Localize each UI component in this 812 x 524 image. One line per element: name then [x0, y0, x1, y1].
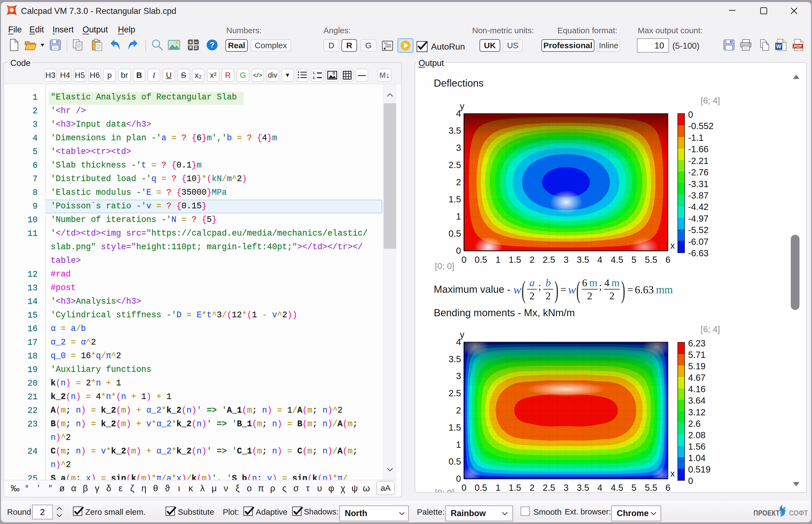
- svg-text:PDF: PDF: [794, 44, 802, 48]
- svg-text:0.5: 0.5: [475, 482, 487, 493]
- svg-text:2.5: 2.5: [543, 482, 555, 493]
- svg-text:0: 0: [456, 246, 461, 256]
- svg-text:1.5: 1.5: [509, 255, 521, 265]
- svg-text:0: 0: [462, 255, 466, 265]
- svg-text:W: W: [776, 43, 781, 49]
- svg-text:4: 4: [597, 255, 602, 265]
- svg-text:3.5: 3.5: [577, 255, 589, 265]
- svg-text:2.5: 2.5: [448, 388, 461, 398]
- svg-text:0.5: 0.5: [448, 456, 461, 466]
- svg-text:3: 3: [564, 482, 568, 493]
- svg-text:1: 1: [456, 211, 461, 222]
- svg-text:3.5: 3.5: [448, 126, 461, 136]
- svg-text:1.: 1.: [313, 71, 316, 75]
- svg-text:0.5: 0.5: [448, 229, 461, 239]
- svg-text:y: y: [460, 330, 465, 340]
- svg-text:4: 4: [597, 482, 602, 493]
- svg-text:6: 6: [665, 482, 670, 493]
- svg-text:y: y: [460, 102, 465, 111]
- svg-text:5.5: 5.5: [645, 255, 657, 265]
- svg-text:5: 5: [631, 255, 636, 265]
- svg-text:3: 3: [456, 143, 461, 153]
- svg-text:2: 2: [456, 405, 461, 415]
- svg-text:x: x: [670, 241, 675, 250]
- svg-text:1.5: 1.5: [448, 422, 461, 432]
- svg-text:3.5: 3.5: [448, 354, 461, 364]
- svg-text:x: x: [670, 469, 675, 478]
- svg-text:3.5: 3.5: [577, 482, 589, 493]
- svg-text:1: 1: [496, 255, 500, 265]
- svg-text:6: 6: [665, 255, 670, 265]
- svg-text:2.: 2.: [313, 76, 316, 80]
- svg-text:1.5: 1.5: [509, 482, 521, 493]
- svg-text:2: 2: [530, 482, 534, 493]
- svg-text:5.5: 5.5: [645, 482, 657, 493]
- svg-text:4.5: 4.5: [611, 482, 623, 493]
- svg-text:0.5: 0.5: [475, 255, 487, 265]
- svg-text:0: 0: [462, 482, 466, 493]
- svg-text:2.5: 2.5: [448, 160, 461, 170]
- svg-text:1: 1: [496, 482, 500, 493]
- svg-text:1: 1: [456, 440, 461, 449]
- svg-text:2.5: 2.5: [543, 255, 555, 265]
- svg-text:3: 3: [456, 371, 461, 381]
- svg-text:4.5: 4.5: [611, 255, 623, 265]
- svg-text:2: 2: [530, 255, 534, 265]
- svg-text:2: 2: [456, 177, 461, 187]
- svg-text:?: ?: [210, 40, 214, 49]
- svg-text:3: 3: [564, 255, 568, 265]
- svg-text:5: 5: [631, 482, 636, 493]
- svg-text:1.5: 1.5: [448, 194, 461, 204]
- svg-text:0: 0: [456, 474, 461, 484]
